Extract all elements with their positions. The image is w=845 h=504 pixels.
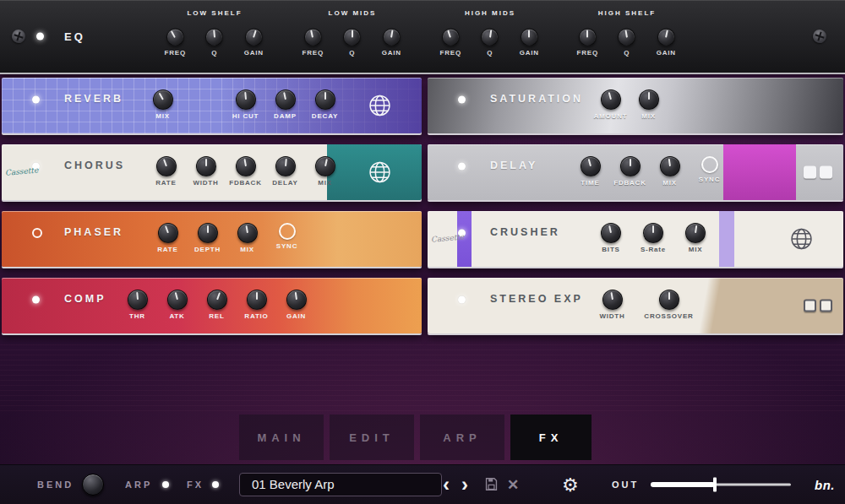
delete-icon[interactable]: ✕ (507, 475, 519, 493)
amount-knob[interactable] (601, 89, 621, 110)
mix-knob[interactable] (237, 223, 258, 243)
control-label: GAIN (286, 312, 306, 320)
delay-power-led[interactable] (458, 163, 466, 171)
rate-knob[interactable] (158, 223, 178, 243)
gain-knob[interactable] (245, 29, 263, 46)
damp-knob[interactable] (275, 89, 296, 110)
control-label: FREQ (165, 49, 186, 57)
mix-knob[interactable] (315, 156, 335, 176)
freq-knob[interactable] (579, 29, 597, 46)
control-damp: DAMP (265, 89, 305, 120)
knob-indicator (324, 159, 328, 166)
control-label: MIX (155, 112, 170, 120)
control-label: DEPTH (194, 246, 221, 253)
control-label: MIX (662, 179, 677, 187)
control-label: GAIN (520, 49, 539, 57)
knob-indicator (528, 30, 530, 37)
crossover-knob[interactable] (659, 290, 679, 310)
gain-knob[interactable] (521, 29, 538, 46)
tab-main[interactable]: MAIN (239, 415, 324, 460)
mix-knob[interactable] (153, 89, 173, 110)
out-label: OUT (612, 480, 639, 490)
atk-knob[interactable] (167, 290, 188, 310)
fdback-knob[interactable] (620, 156, 641, 176)
q-knob[interactable] (343, 29, 361, 46)
control-amount: AMOUNT (592, 89, 630, 120)
preset-next-button[interactable]: › (461, 474, 468, 495)
eq-knob-row: FREQQGAIN (431, 29, 549, 57)
mix-knob[interactable] (660, 156, 680, 176)
stereo-power-led[interactable] (458, 296, 466, 304)
saturation-power-led[interactable] (458, 96, 466, 104)
knob-indicator (352, 30, 353, 37)
thr-knob[interactable] (128, 290, 148, 310)
control-label: CROSSOVER (644, 312, 693, 320)
rel-knob[interactable] (207, 290, 227, 310)
control-freq: FREQ (568, 29, 608, 57)
time-knob[interactable] (581, 156, 601, 176)
tab-arp[interactable]: ARP (420, 415, 504, 460)
mix-knob[interactable] (639, 89, 659, 110)
control-sync: SYNC (267, 223, 307, 253)
arp-indicator-dot[interactable] (162, 481, 169, 488)
hi-cut-knob[interactable] (236, 89, 256, 110)
freq-knob[interactable] (442, 29, 460, 46)
q-knob[interactable] (205, 29, 223, 46)
q-knob[interactable] (481, 29, 499, 46)
knob-indicator (174, 292, 177, 300)
settings-gear-icon[interactable]: ⚙ (562, 474, 579, 495)
sync-toggle[interactable] (279, 223, 296, 240)
width-knob[interactable] (196, 156, 216, 176)
rate-knob[interactable] (156, 156, 177, 176)
bottom-bar: BEND ARP FX 01 Beverly Arp ‹ › ✕ ⚙ OUT b… (0, 464, 845, 504)
phaser-power-led[interactable] (32, 228, 42, 238)
control-label: MIX (641, 112, 656, 120)
reverb-power-led[interactable] (32, 96, 40, 104)
fx-indicator-dot[interactable] (212, 481, 219, 488)
knob-indicator (244, 92, 247, 100)
knob-indicator (668, 159, 670, 166)
eq-power-led[interactable] (36, 33, 44, 41)
mix-knob[interactable] (685, 223, 706, 243)
delay-knob[interactable] (275, 156, 296, 176)
slider-handle[interactable] (713, 477, 717, 491)
sync-toggle[interactable] (701, 156, 718, 173)
width-knob[interactable] (602, 290, 623, 310)
preset-display[interactable]: 01 Beverly Arp (239, 473, 442, 496)
saturation-module: SATURATIONAMOUNTMIX (428, 78, 843, 133)
tab-fx[interactable]: FX (510, 415, 592, 460)
tab-edit[interactable]: EDIT (330, 415, 414, 460)
knob-indicator (390, 30, 394, 37)
control-mix: MIX (143, 89, 183, 120)
depth-knob[interactable] (198, 223, 218, 243)
ratio-knob[interactable] (247, 290, 267, 310)
output-volume-slider[interactable] (651, 477, 791, 492)
bits-knob[interactable] (601, 223, 621, 243)
preset-prev-button[interactable]: ‹ (443, 474, 450, 495)
knob-indicator (586, 30, 588, 37)
gain-knob[interactable] (657, 29, 675, 46)
freq-knob[interactable] (304, 29, 322, 46)
globe-icon (368, 95, 391, 117)
q-knob[interactable] (618, 29, 635, 46)
control-label: GAIN (657, 49, 676, 57)
bend-knob[interactable] (82, 474, 104, 496)
control-label: TIME (581, 179, 599, 187)
gain-knob[interactable] (286, 290, 307, 310)
globe-icon (790, 228, 813, 251)
chorus-controls: RATEWIDTHFDBACKDELAYMIX (146, 156, 345, 187)
gain-knob[interactable] (383, 29, 401, 46)
s-rate-knob[interactable] (643, 223, 663, 243)
comp-power-led[interactable] (32, 296, 40, 304)
control-width: WIDTH (186, 156, 226, 187)
control-label: DELAY (272, 179, 297, 187)
control-gain: GAIN (510, 29, 549, 57)
decay-knob[interactable] (315, 89, 335, 110)
fdback-knob[interactable] (236, 156, 256, 176)
phaser-title: PHASER (64, 226, 123, 238)
double-square-icon (804, 166, 832, 179)
save-icon[interactable] (484, 477, 499, 492)
freq-knob[interactable] (166, 29, 184, 46)
control-gain: GAIN (646, 29, 686, 57)
knob-indicator (216, 292, 221, 300)
